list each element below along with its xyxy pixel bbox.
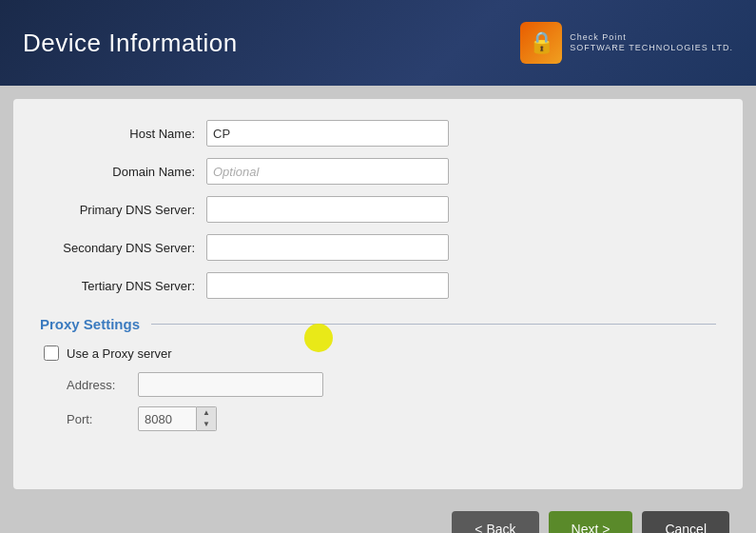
port-decrement-button[interactable]: ▼	[197, 419, 216, 430]
secondary-dns-row: Secondary DNS Server:	[40, 234, 716, 261]
secondary-dns-input[interactable]	[206, 234, 449, 261]
header: Device Information 🔒 Check Point SOFTWAR…	[0, 0, 756, 86]
proxy-port-input[interactable]	[138, 406, 197, 431]
primary-dns-input[interactable]	[206, 196, 449, 223]
use-proxy-row: Use a Proxy server	[44, 345, 716, 361]
brand-logo: 🔒 Check Point SOFTWARE TECHNOLOGIES LTD.	[520, 22, 733, 64]
next-button[interactable]: Next >	[549, 511, 633, 533]
proxy-address-label: Address:	[67, 378, 138, 392]
port-spinner-wrapper: ▲ ▼	[138, 406, 217, 431]
cancel-button[interactable]: Cancel	[642, 511, 729, 533]
content-area: Host Name: Domain Name: Primary DNS Serv…	[13, 99, 743, 489]
secondary-dns-label: Secondary DNS Server:	[40, 241, 206, 255]
section-divider-line	[151, 324, 716, 325]
port-increment-button[interactable]: ▲	[197, 407, 216, 419]
domain-name-input[interactable]	[206, 158, 449, 185]
domain-name-row: Domain Name:	[40, 158, 716, 185]
proxy-port-label: Port:	[67, 412, 138, 426]
back-button[interactable]: < Back	[452, 511, 538, 533]
primary-dns-label: Primary DNS Server:	[40, 203, 206, 217]
tertiary-dns-label: Tertiary DNS Server:	[40, 279, 206, 293]
proxy-settings-section: Proxy Settings	[40, 316, 716, 332]
tertiary-dns-row: Tertiary DNS Server:	[40, 272, 716, 299]
use-proxy-checkbox[interactable]	[44, 345, 59, 361]
proxy-section-title: Proxy Settings	[40, 316, 151, 332]
use-proxy-label: Use a Proxy server	[67, 346, 172, 361]
brand-icon: 🔒	[520, 22, 562, 64]
host-name-row: Host Name:	[40, 120, 716, 147]
footer-buttons: < Back Next > Cancel	[0, 503, 756, 533]
proxy-address-row: Address:	[67, 372, 716, 397]
tertiary-dns-input[interactable]	[206, 272, 449, 299]
proxy-fields: Address: Port: ▲ ▼	[67, 372, 716, 431]
host-name-input[interactable]	[206, 120, 449, 147]
proxy-address-input[interactable]	[138, 372, 323, 397]
brand-name: Check Point SOFTWARE TECHNOLOGIES LTD.	[570, 32, 733, 53]
proxy-port-row: Port: ▲ ▼	[67, 406, 716, 431]
host-name-label: Host Name:	[40, 127, 206, 141]
primary-dns-row: Primary DNS Server:	[40, 196, 716, 223]
page-title: Device Information	[23, 29, 238, 58]
domain-name-label: Domain Name:	[40, 165, 206, 179]
port-spinner: ▲ ▼	[197, 406, 217, 431]
